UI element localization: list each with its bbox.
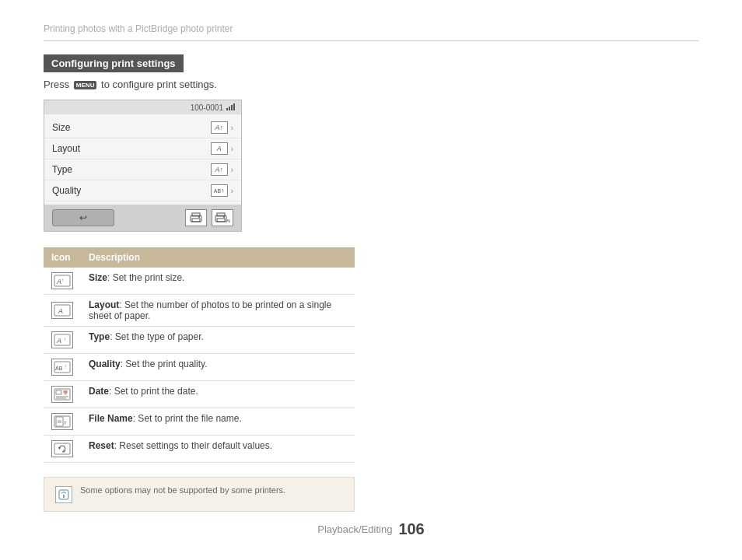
page-header: Printing photos with a PictBridge photo … [44, 23, 698, 41]
print-all-icon: ALL [215, 212, 230, 223]
menu-item-type[interactable]: Type A↑ › [44, 159, 241, 180]
icon-cell-type: A ↑ [44, 327, 81, 354]
col-desc: Description [81, 247, 355, 268]
svg-text:0: 0 [63, 449, 65, 453]
layout-icon: A [211, 142, 228, 155]
desc-text-reset: : Reset settings to their default values… [114, 440, 272, 451]
svg-text:A: A [56, 337, 61, 345]
camera-screen: 100-0001 Size A↑ › [44, 100, 242, 232]
svg-text:T: T [64, 421, 67, 425]
print-icons: ALL [185, 209, 233, 226]
filename-table-icon: T [51, 413, 73, 430]
desc-bold-quality: Quality [89, 359, 121, 369]
svg-text:A: A [56, 278, 61, 285]
desc-bold-size: Size [89, 272, 107, 283]
desc-bold-filename: File Name [89, 413, 133, 424]
table-row: T File Name: Set to print the file name. [44, 408, 355, 436]
back-button[interactable]: ↩ [52, 209, 114, 226]
arrow-layout: › [231, 145, 233, 153]
desc-bold-type: Type [89, 331, 110, 342]
header-text: Printing photos with a PictBridge photo … [44, 23, 233, 34]
menu-icon: MENU [74, 81, 97, 89]
desc-text-date: : Set to print the date. [109, 386, 198, 397]
svg-point-7 [223, 216, 225, 218]
table-row: 0 Reset: Reset settings to their default… [44, 436, 355, 463]
svg-text:↑: ↑ [64, 337, 66, 341]
icon-cell-layout: A [44, 295, 81, 327]
date-table-icon: 📅 [51, 386, 73, 403]
desc-cell-filename: File Name: Set to print the file name. [81, 408, 355, 436]
info-table: Icon Description A ↑ Size: Set th [44, 247, 355, 463]
print-one-button[interactable] [185, 209, 207, 226]
svg-rect-26 [56, 417, 63, 426]
desc-cell-quality: Quality: Set the print quality. [81, 354, 355, 381]
svg-text:↑: ↑ [65, 364, 67, 369]
table-row: 📅 Date: Set to print the date. [44, 381, 355, 408]
svg-rect-6 [217, 219, 225, 222]
svg-rect-21 [56, 390, 61, 394]
desc-bold-date: Date [89, 386, 109, 397]
desc-cell-date: Date: Set to print the date. [81, 381, 355, 408]
desc-cell-type: Type: Set the type of paper. [81, 327, 355, 354]
intro-suffix: to configure print settings. [101, 79, 217, 90]
svg-rect-30 [54, 443, 70, 454]
camera-screen-container: 100-0001 Size A↑ › [44, 100, 698, 232]
table-row: A Layout: Set the number of photos to be… [44, 295, 355, 327]
icon-cell-filename: T [44, 408, 81, 436]
arrow-size: › [231, 124, 233, 132]
print-all-button[interactable]: ALL [212, 209, 233, 226]
svg-point-3 [198, 216, 200, 218]
icon-cell-reset: 0 [44, 436, 81, 463]
screen-footer: ↩ [44, 205, 241, 231]
note-icon [55, 486, 72, 503]
section-title: Configuring print settings [44, 54, 184, 72]
icon-cell-size: A ↑ [44, 268, 81, 295]
print-one-icon [190, 212, 202, 223]
svg-text:📅: 📅 [63, 390, 68, 396]
screen-header: 100-0001 [44, 100, 241, 114]
note-box: Some options may not be supported by som… [44, 477, 355, 512]
menu-label-type: Type [52, 164, 211, 175]
type-table-icon: A ↑ [51, 331, 73, 348]
page-number: 106 [398, 520, 424, 538]
menu-item-layout[interactable]: Layout A › [44, 138, 241, 159]
quality-table-icon: AB ↑ [51, 359, 73, 376]
desc-cell-reset: Reset: Reset settings to their default v… [81, 436, 355, 463]
desc-bold-reset: Reset [89, 440, 114, 451]
table-row: A ↑ Type: Set the type of paper. [44, 327, 355, 354]
camera-menu-list: Size A↑ › Layout A › Type A↑ › [44, 114, 241, 205]
table-row: A ↑ Size: Set the print size. [44, 268, 355, 295]
svg-text:A: A [58, 307, 63, 315]
desc-bold-layout: Layout [89, 299, 119, 310]
desc-text-filename: : Set to print the file name. [133, 413, 242, 424]
desc-text-size: : Set the print size. [107, 272, 184, 283]
menu-item-size[interactable]: Size A↑ › [44, 117, 241, 138]
svg-text:↑: ↑ [61, 278, 64, 282]
svg-rect-2 [192, 219, 200, 222]
svg-marker-31 [58, 447, 61, 450]
intro-text: Press MENU to configure print settings. [44, 79, 698, 90]
footer-label: Playback/Editing [317, 523, 392, 535]
svg-text:ALL: ALL [226, 219, 230, 223]
desc-cell-layout: Layout: Set the number of photos to be p… [81, 295, 355, 327]
note-text: Some options may not be supported by som… [80, 485, 285, 495]
svg-rect-25 [54, 416, 70, 427]
arrow-type: › [231, 166, 233, 174]
menu-label-quality: Quality [52, 185, 211, 196]
intro-prefix: Press [44, 79, 69, 90]
desc-text-type: : Set the type of paper. [110, 331, 204, 342]
reset-table-icon: 0 [51, 440, 73, 457]
menu-item-quality[interactable]: Quality AB↑ › [44, 180, 241, 201]
main-content: Configuring print settings Press MENU to… [44, 54, 698, 512]
signal-icon [226, 103, 235, 112]
quality-icon: AB↑ [211, 184, 228, 197]
col-icon: Icon [44, 247, 81, 268]
desc-cell-size: Size: Set the print size. [81, 268, 355, 295]
menu-label-layout: Layout [52, 143, 211, 154]
size-table-icon: A ↑ [51, 272, 73, 289]
type-icon: A↑ [211, 163, 228, 176]
table-row: AB ↑ Quality: Set the print quality. [44, 354, 355, 381]
file-id: 100-0001 [191, 103, 223, 112]
size-icon: A↑ [211, 121, 228, 134]
svg-text:AB: AB [55, 366, 63, 371]
